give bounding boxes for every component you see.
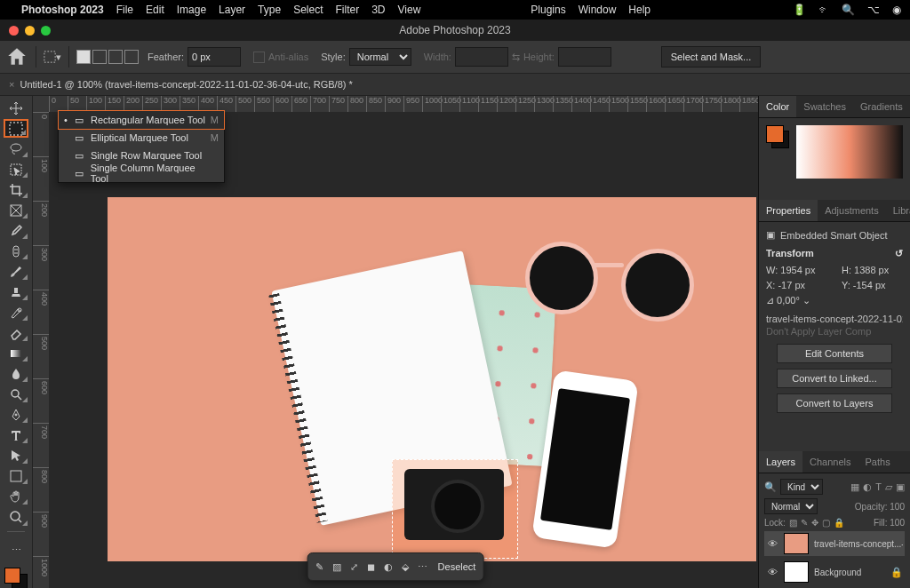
clone-stamp-tool[interactable]	[4, 282, 28, 301]
dodge-tool[interactable]	[4, 385, 28, 403]
layer-name[interactable]: travel-items-concept...-1	[814, 539, 903, 549]
control-center-icon[interactable]: ⌥	[867, 4, 880, 16]
zoom-window-button[interactable]	[41, 26, 51, 36]
blend-mode-select[interactable]: Normal	[764, 498, 818, 514]
filter-smart-icon[interactable]: ▣	[896, 481, 905, 493]
menu-file[interactable]: File	[116, 4, 133, 16]
tab-gradients[interactable]: Gradients	[853, 96, 910, 117]
app-name[interactable]: Photoshop 2023	[21, 4, 104, 16]
tab-color[interactable]: Color	[759, 96, 796, 117]
spotlight-icon[interactable]: 🔍	[842, 4, 855, 16]
select-subject-icon[interactable]: ▨	[332, 561, 341, 573]
artboard[interactable]	[108, 197, 756, 561]
transform-x[interactable]: X: -17 px	[766, 280, 827, 290]
edit-toolbar-button[interactable]: ⋯	[4, 541, 28, 560]
marquee-tool[interactable]	[4, 119, 28, 138]
convert-to-layers-button[interactable]: Convert to Layers	[777, 393, 892, 413]
lock-artboard-icon[interactable]: ▢	[822, 518, 830, 528]
layer-filter-kind[interactable]: Kind	[780, 479, 823, 495]
menu-plugins[interactable]: Plugins	[531, 4, 565, 16]
reset-transform-icon[interactable]: ↺	[895, 248, 903, 259]
menu-select[interactable]: Select	[293, 4, 323, 16]
select-add-icon[interactable]	[92, 50, 107, 64]
object-selection-tool[interactable]	[4, 160, 28, 179]
deselect-button[interactable]: Deselect	[438, 561, 476, 572]
mask-icon[interactable]: ◼	[367, 561, 375, 573]
contextual-task-bar[interactable]: ✎ ▨ ⤢ ◼ ◐ ⬙ ⋯ Deselect	[307, 552, 484, 581]
color-swatch[interactable]	[4, 568, 28, 588]
brush-tool[interactable]	[4, 262, 28, 281]
flyout-item[interactable]: ▭Single Row Marquee Tool	[59, 147, 224, 164]
tab-swatches[interactable]: Swatches	[796, 96, 853, 117]
layer-row[interactable]: 👁 travel-items-concept...-1	[764, 531, 905, 556]
tab-libraries[interactable]: Librarie	[886, 200, 910, 221]
lock-position-icon[interactable]: ✥	[811, 518, 818, 528]
transform-angle[interactable]: ⊿ 0,00° ⌄	[766, 295, 827, 306]
tab-layers[interactable]: Layers	[759, 451, 802, 473]
close-window-button[interactable]	[9, 26, 19, 36]
lock-transparency-icon[interactable]: ▨	[789, 518, 797, 528]
close-tab-icon[interactable]: ×	[9, 79, 14, 90]
document-tab[interactable]: × Untitled-1 @ 100% (travel-items-concep…	[0, 74, 910, 96]
tab-adjustments[interactable]: Adjustments	[818, 200, 886, 221]
layer-row[interactable]: 👁 Background 🔒	[764, 560, 905, 584]
frame-tool[interactable]	[4, 201, 28, 219]
tab-paths[interactable]: Paths	[858, 451, 898, 473]
visibility-toggle-icon[interactable]: 👁	[766, 538, 778, 549]
zoom-tool[interactable]	[4, 507, 28, 526]
history-brush-tool[interactable]	[4, 303, 28, 322]
edit-contents-button[interactable]: Edit Contents	[777, 344, 892, 363]
tab-channels[interactable]: Channels	[802, 451, 858, 473]
lasso-tool[interactable]	[4, 139, 28, 158]
healing-brush-tool[interactable]	[4, 242, 28, 260]
color-picker[interactable]	[796, 125, 903, 179]
crop-tool[interactable]	[4, 180, 28, 199]
select-intersect-icon[interactable]	[124, 50, 139, 64]
transform-h[interactable]: H: 1388 px	[842, 265, 903, 275]
foreground-color-swatch[interactable]	[4, 568, 20, 584]
remove-background-icon[interactable]: ⤢	[350, 561, 358, 573]
gradient-tool[interactable]	[4, 344, 28, 362]
generative-fill-icon[interactable]: ✎	[315, 561, 323, 573]
menu-edit[interactable]: Edit	[146, 4, 164, 16]
flyout-item[interactable]: •▭Rectangular Marquee ToolM	[59, 111, 224, 129]
select-and-mask-button[interactable]: Select and Mask...	[661, 46, 762, 68]
menu-3d[interactable]: 3D	[371, 4, 385, 16]
eyedropper-tool[interactable]	[4, 221, 28, 240]
blur-tool[interactable]	[4, 364, 28, 383]
filter-type-icon[interactable]: T	[875, 481, 882, 493]
minimize-window-button[interactable]	[25, 26, 35, 36]
ruler-origin[interactable]	[33, 96, 50, 113]
menu-filter[interactable]: Filter	[335, 4, 359, 16]
adjustment-icon[interactable]: ◐	[384, 561, 393, 573]
move-tool[interactable]	[4, 99, 28, 117]
more-icon[interactable]: ⋯	[418, 561, 427, 573]
flyout-item[interactable]: ▭Elliptical Marquee ToolM	[59, 129, 224, 147]
type-tool[interactable]	[4, 425, 28, 444]
tab-properties[interactable]: Properties	[759, 200, 818, 221]
lock-paint-icon[interactable]: ✎	[801, 518, 808, 528]
menu-type[interactable]: Type	[258, 4, 281, 16]
home-button[interactable]	[5, 45, 28, 68]
wifi-icon[interactable]: ᯤ	[818, 4, 829, 16]
pen-tool[interactable]	[4, 405, 28, 424]
menu-help[interactable]: Help	[628, 4, 651, 16]
selection-mode-buttons[interactable]	[76, 50, 139, 64]
canvas-viewport[interactable]: 0501001502002503003504004505005506006507…	[33, 96, 758, 588]
transform-w[interactable]: W: 1954 px	[766, 265, 827, 275]
path-selection-tool[interactable]	[4, 446, 28, 465]
layer-name[interactable]: Background	[814, 568, 885, 577]
color-panel[interactable]	[759, 118, 910, 200]
siri-icon[interactable]: ◉	[892, 4, 901, 16]
filter-shape-icon[interactable]: ▱	[885, 481, 892, 493]
menu-window[interactable]: Window	[579, 4, 617, 16]
filter-pixel-icon[interactable]: ▦	[850, 481, 859, 493]
fill-icon[interactable]: ⬙	[402, 561, 409, 573]
layer-thumbnail[interactable]	[784, 533, 809, 554]
current-tool-icon[interactable]: ▾	[44, 48, 61, 66]
menu-image[interactable]: Image	[177, 4, 206, 16]
hand-tool[interactable]	[4, 487, 28, 505]
flyout-item[interactable]: ▭Single Column Marquee Tool	[59, 164, 224, 182]
transform-y[interactable]: Y: -154 px	[842, 280, 903, 290]
eraser-tool[interactable]	[4, 323, 28, 342]
